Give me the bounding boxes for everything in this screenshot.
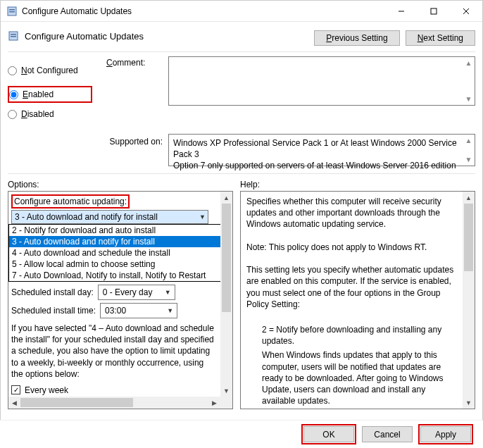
svg-rect-4 (431, 8, 437, 14)
sched-day-label: Scheduled install day: (11, 287, 94, 297)
svg-rect-8 (11, 34, 16, 35)
svg-rect-9 (11, 36, 16, 37)
dropdown-option[interactable]: 4 - Auto download and schedule the insta… (9, 247, 220, 259)
page-title: Configure Automatic Updates (25, 31, 144, 42)
svg-rect-1 (9, 9, 15, 11)
supported-on-label: Supported on: (8, 134, 168, 166)
app-icon (6, 6, 18, 17)
help-text: Specifies whether this computer will rec… (246, 196, 458, 230)
options-vscrollbar[interactable]: ▲▼ (220, 192, 232, 397)
apply-button[interactable]: Apply (420, 426, 471, 442)
radio-enabled[interactable]: Enabled (9, 89, 54, 99)
chevron-down-icon: ▼ (199, 213, 206, 220)
options-label: Options: (8, 180, 240, 189)
radio-disabled[interactable]: Disabled (8, 106, 106, 123)
comment-input[interactable]: ▲▼ (168, 56, 475, 106)
help-text: When Windows finds updates that apply to… (246, 349, 458, 406)
help-text: 2 = Notify before downloading and instal… (246, 324, 458, 347)
options-paragraph: If you have selected "4 – Auto download … (11, 323, 218, 380)
sched-time-label: Scheduled install time: (11, 306, 96, 316)
maximize-button[interactable] (418, 1, 450, 22)
supported-scrollbar[interactable]: ▲▼ (463, 135, 475, 166)
help-label: Help: (240, 180, 260, 189)
checkbox-icon: ✓ (11, 385, 20, 394)
radio-not-configured[interactable]: Not Configured (8, 62, 106, 79)
supported-on-text: Windows XP Professional Service Pack 1 o… (168, 134, 475, 166)
help-text: This setting lets you specify whether au… (246, 264, 458, 310)
options-pane: Configure automatic updating: 3 - Auto d… (8, 191, 233, 409)
next-setting-button[interactable]: Next Setting (406, 30, 475, 46)
options-hscrollbar[interactable]: ◀▶ (8, 397, 220, 409)
minimize-button[interactable] (385, 1, 418, 22)
window-title: Configure Automatic Updates (22, 6, 385, 16)
dropdown-option[interactable]: 3 - Auto download and notify for install (9, 236, 220, 247)
configure-updating-label: Configure automatic updating: (11, 194, 130, 209)
sched-time-select[interactable]: 03:00 ▼ (100, 303, 177, 318)
ok-button[interactable]: OK (303, 426, 354, 442)
previous-setting-button[interactable]: Previous Setting (314, 30, 399, 46)
help-pane: Specifies whether this computer will rec… (240, 191, 475, 409)
cancel-button[interactable]: Cancel (362, 426, 413, 442)
chevron-down-icon: ▼ (167, 307, 173, 314)
sched-day-select[interactable]: 0 - Every day ▼ (98, 285, 175, 300)
comment-scrollbar[interactable]: ▲▼ (463, 57, 475, 105)
policy-icon (8, 30, 19, 42)
configure-updating-dropdown[interactable]: 2 - Notify for download and auto install… (8, 224, 220, 282)
configure-updating-combo[interactable]: 3 - Auto download and notify for install… (11, 210, 208, 224)
dropdown-option[interactable]: 7 - Auto Download, Notify to install, No… (9, 270, 220, 281)
dropdown-option[interactable]: 2 - Notify for download and auto install (9, 225, 220, 236)
dropdown-option[interactable]: 5 - Allow local admin to choose setting (9, 259, 220, 270)
chevron-down-icon: ▼ (165, 289, 171, 296)
close-button[interactable] (450, 1, 482, 22)
svg-rect-2 (9, 11, 15, 13)
every-week-checkbox[interactable]: ✓ Every week (11, 385, 218, 395)
help-text: Note: This policy does not apply to Wind… (246, 242, 458, 253)
help-vscrollbar[interactable]: ▲▼ (463, 192, 475, 409)
comment-label: Comment: (106, 56, 168, 130)
